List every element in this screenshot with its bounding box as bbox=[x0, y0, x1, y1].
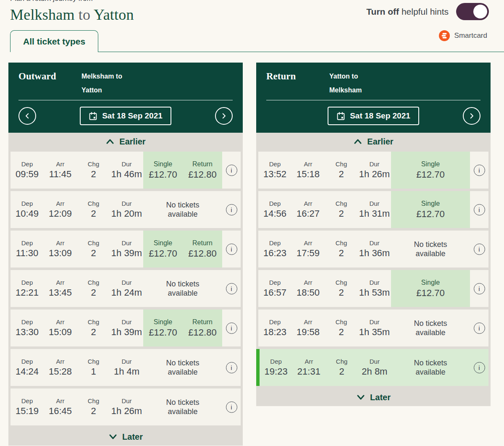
journey-cell: Chg2 bbox=[77, 239, 110, 259]
return-panel-header: Return Yatton to Melksham Sat 18 Sep 20 bbox=[256, 63, 491, 133]
journey-cell: Dur1h 31m bbox=[358, 200, 391, 219]
info-icon[interactable]: i bbox=[474, 362, 485, 373]
journey-row[interactable]: Dep11:30Arr13:09Chg2Dur1h 39mSingle£12.7… bbox=[10, 231, 241, 268]
info-column: i bbox=[222, 231, 241, 268]
journey-row[interactable]: Dep19:23Arr21:31Chg2Dur2h 8mNo tickets a… bbox=[256, 349, 488, 386]
outward-heading: Outward bbox=[18, 69, 81, 97]
outward-date-button[interactable]: Sat 18 Sep 2021 bbox=[80, 107, 171, 125]
info-icon[interactable]: i bbox=[474, 204, 485, 215]
info-icon[interactable]: i bbox=[226, 323, 237, 334]
journey-cell: Dep13:52 bbox=[258, 160, 291, 180]
no-tickets-label: No tickets available bbox=[158, 200, 208, 219]
info-column: i bbox=[222, 388, 241, 425]
chevron-right-icon bbox=[220, 112, 228, 120]
chevron-down-icon bbox=[108, 433, 118, 440]
helpful-hints-toggle[interactable] bbox=[456, 3, 489, 20]
fare-block: Single£12.70Return£12.80 bbox=[143, 310, 222, 346]
journey-cell: Dep16:23 bbox=[258, 239, 291, 259]
tab-all-ticket-types[interactable]: All ticket types bbox=[10, 30, 98, 52]
journey-cell: Dur1h 24m bbox=[110, 279, 143, 298]
later-button[interactable]: Later bbox=[256, 388, 491, 406]
info-column: i bbox=[470, 152, 488, 189]
info-icon[interactable]: i bbox=[226, 244, 237, 255]
info-icon[interactable]: i bbox=[474, 283, 485, 294]
journey-cell: Dep13:30 bbox=[10, 318, 44, 338]
journey-cell: Dur1h 4m bbox=[110, 358, 143, 377]
journey-cell: Dep12:21 bbox=[10, 279, 44, 298]
info-column: i bbox=[222, 191, 241, 228]
fare-block: Single£12.70 bbox=[391, 270, 470, 307]
earlier-button[interactable]: Earlier bbox=[256, 133, 491, 150]
info-icon[interactable]: i bbox=[226, 165, 237, 176]
outward-date-nav: Sat 18 Sep 2021 bbox=[18, 107, 233, 125]
info-icon[interactable]: i bbox=[226, 401, 237, 413]
chevron-up-icon bbox=[353, 138, 362, 145]
info-icon[interactable]: i bbox=[474, 165, 485, 176]
fare-cell: Single£12.70 bbox=[143, 239, 183, 259]
previous-day-button[interactable] bbox=[18, 107, 36, 125]
earlier-button[interactable]: Earlier bbox=[8, 133, 243, 150]
return-date-nav: Sat 18 Sep 2021 bbox=[266, 107, 480, 125]
info-column: i bbox=[470, 191, 488, 228]
header-divider bbox=[266, 100, 480, 100]
journey-row[interactable]: Dep16:57Arr18:50Chg2Dur1h 53mSingle£12.7… bbox=[258, 270, 488, 307]
fare-block: Single£12.70 bbox=[391, 152, 470, 189]
no-tickets-label: No tickets available bbox=[405, 319, 456, 338]
journey-times: Dep14:24Arr15:28Chg1Dur1h 4m bbox=[10, 349, 143, 386]
journey-cell: Arr15:18 bbox=[291, 160, 325, 180]
info-icon[interactable]: i bbox=[474, 323, 485, 334]
journey-panels: Outward Melksham to Yatton bbox=[0, 52, 504, 446]
journey-cell: Arr19:58 bbox=[291, 318, 325, 338]
later-button[interactable]: Later bbox=[8, 428, 243, 446]
journey-row[interactable]: Dep13:52Arr15:18Chg2Dur1h 26mSingle£12.7… bbox=[258, 152, 488, 189]
journey-cell: Arr13:09 bbox=[44, 239, 77, 259]
journey-row[interactable]: Dep09:59Arr11:45Chg2Dur1h 46mSingle£12.7… bbox=[10, 152, 241, 189]
return-listing: Earlier Dep13:52Arr15:18Chg2Dur1h 26mSin… bbox=[256, 133, 491, 406]
info-icon[interactable]: i bbox=[226, 283, 237, 294]
journey-cell: Arr18:50 bbox=[291, 279, 325, 298]
journey-row[interactable]: Dep14:56Arr16:27Chg2Dur1h 31mSingle£12.7… bbox=[258, 191, 488, 228]
journey-cell: Dur1h 39m bbox=[110, 318, 143, 338]
return-heading: Return bbox=[266, 69, 329, 97]
smartcard-icon bbox=[439, 30, 450, 41]
no-tickets-label: No tickets available bbox=[158, 358, 208, 377]
header-divider bbox=[18, 100, 233, 100]
next-day-button[interactable] bbox=[215, 107, 233, 125]
fare-cell: Single£12.70 bbox=[143, 160, 183, 180]
fare-cell: Single£12.70 bbox=[143, 318, 183, 338]
fare-cell: Return£12.80 bbox=[183, 239, 222, 259]
info-icon[interactable]: i bbox=[474, 244, 485, 255]
no-tickets-label: No tickets available bbox=[405, 240, 456, 259]
journey-row[interactable]: Dep13:30Arr15:09Chg2Dur1h 39mSingle£12.7… bbox=[10, 310, 241, 346]
helpful-hints-control: Turn off helpful hints bbox=[366, 3, 489, 20]
info-icon[interactable]: i bbox=[226, 204, 237, 215]
info-column: i bbox=[222, 152, 241, 189]
info-column: i bbox=[222, 270, 241, 307]
chevron-up-icon bbox=[105, 138, 115, 145]
toggle-knob bbox=[473, 5, 487, 18]
journey-cell: Arr15:28 bbox=[44, 358, 77, 377]
journey-times: Dep09:59Arr11:45Chg2Dur1h 46m bbox=[10, 152, 143, 189]
return-date-button[interactable]: Sat 18 Sep 2021 bbox=[328, 107, 419, 125]
eyebrow-text: Plan a return journey from bbox=[10, 0, 134, 3]
info-icon[interactable]: i bbox=[226, 362, 237, 373]
journey-cell: Arr13:45 bbox=[44, 279, 77, 298]
journey-cell: Arr16:27 bbox=[291, 200, 325, 219]
next-day-button[interactable] bbox=[463, 107, 480, 125]
journey-cell: Chg2 bbox=[77, 318, 110, 338]
journey-row[interactable]: Dep16:23Arr17:59Chg2Dur1h 36mNo tickets … bbox=[258, 231, 488, 268]
smartcard-legend: Smartcard bbox=[439, 30, 487, 41]
journey-times: Dep13:30Arr15:09Chg2Dur1h 39m bbox=[10, 310, 143, 346]
info-column: i bbox=[222, 310, 241, 346]
journey-cell: Dur1h 53m bbox=[358, 279, 391, 298]
title-from: Melksham bbox=[10, 6, 75, 23]
fare-cell: Return£12.80 bbox=[183, 318, 222, 338]
journey-row[interactable]: Dep15:19Arr16:45Chg2Dur1h 26mNo tickets … bbox=[10, 388, 241, 425]
journey-row[interactable]: Dep14:24Arr15:28Chg1Dur1h 4mNo tickets a… bbox=[10, 349, 241, 386]
journey-row[interactable]: Dep10:49Arr12:09Chg2Dur1h 20mNo tickets … bbox=[10, 191, 241, 228]
journey-row[interactable]: Dep12:21Arr13:45Chg2Dur1h 24mNo tickets … bbox=[10, 270, 241, 307]
journey-cell: Chg2 bbox=[325, 318, 358, 338]
journey-cell: Chg2 bbox=[77, 279, 110, 298]
fare-block: Single£12.70Return£12.80 bbox=[143, 152, 222, 189]
journey-row[interactable]: Dep18:23Arr19:58Chg2Dur1h 35mNo tickets … bbox=[258, 310, 488, 346]
